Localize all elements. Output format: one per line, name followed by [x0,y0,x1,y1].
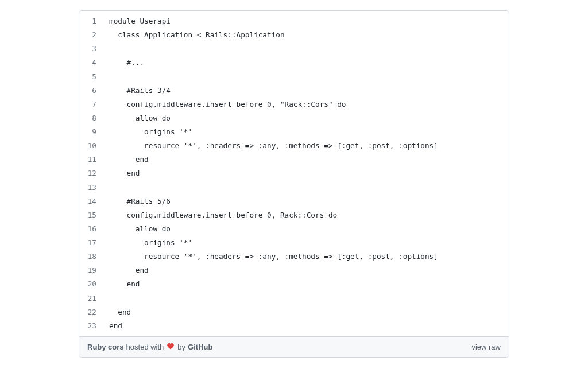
code-content[interactable]: #Rails 5/6 [102,195,509,208]
code-line: 20 end [79,277,509,291]
code-content[interactable]: end [102,263,509,277]
heart-icon [167,343,175,351]
line-number[interactable]: 9 [79,125,102,139]
gist-meta-bar: Ruby cors hosted with by GitHub view raw [79,336,509,357]
gist-filename-link[interactable]: Ruby cors [87,343,124,351]
view-raw-link[interactable]: view raw [471,343,501,351]
gist-filename: Ruby cors [87,343,124,351]
code-content[interactable]: #... [102,56,509,69]
line-number[interactable]: 20 [79,277,102,291]
gist-container: 1module Userapi2 class Application < Rai… [79,10,509,358]
code-content[interactable]: class Application < Rails::Application [102,28,509,42]
gist-meta-left: Ruby cors hosted with by GitHub [87,343,212,351]
code-content[interactable]: end [102,153,509,166]
code-line: 3 [79,42,509,56]
github-link[interactable]: GitHub [188,343,212,351]
code-area: 1module Userapi2 class Application < Rai… [79,11,509,336]
code-content[interactable]: end [102,305,509,319]
code-line: 12 end [79,166,509,180]
code-content[interactable] [102,292,509,305]
code-content[interactable]: end [102,319,509,336]
line-number[interactable]: 21 [79,292,102,305]
code-content[interactable]: resource '*', :headers => :any, :methods… [102,139,509,153]
code-content[interactable]: allow do [102,111,509,125]
code-content[interactable]: config.middleware.insert_before 0, "Rack… [102,98,509,111]
code-line: 15 config.middleware.insert_before 0, Ra… [79,208,509,222]
code-line: 17 origins '*' [79,236,509,250]
gist-hosted-prefix: hosted with [126,343,164,351]
code-line: 22 end [79,305,509,319]
line-number[interactable]: 8 [79,111,102,125]
line-number[interactable]: 3 [79,42,102,56]
line-number[interactable]: 11 [79,153,102,166]
code-content[interactable]: resource '*', :headers => :any, :methods… [102,250,509,263]
code-content[interactable] [102,70,509,84]
line-number[interactable]: 19 [79,263,102,277]
code-line: 10 resource '*', :headers => :any, :meth… [79,139,509,153]
line-number[interactable]: 17 [79,236,102,250]
code-line: 6 #Rails 3/4 [79,84,509,98]
line-number[interactable]: 2 [79,28,102,42]
code-table: 1module Userapi2 class Application < Rai… [79,11,509,336]
code-line: 13 [79,181,509,195]
code-line: 16 allow do [79,222,509,236]
line-number[interactable]: 1 [79,11,102,28]
line-number[interactable]: 18 [79,250,102,263]
code-line: 23end [79,319,509,336]
code-line: 18 resource '*', :headers => :any, :meth… [79,250,509,263]
code-content[interactable]: allow do [102,222,509,236]
line-number[interactable]: 5 [79,70,102,84]
line-number[interactable]: 12 [79,166,102,180]
code-line: 8 allow do [79,111,509,125]
line-number[interactable]: 10 [79,139,102,153]
code-line: 11 end [79,153,509,166]
code-content[interactable]: end [102,166,509,180]
code-line: 21 [79,292,509,305]
code-line: 14 #Rails 5/6 [79,195,509,208]
code-content[interactable]: #Rails 3/4 [102,84,509,98]
line-number[interactable]: 14 [79,195,102,208]
code-content[interactable]: module Userapi [102,11,509,28]
line-number[interactable]: 22 [79,305,102,319]
code-content[interactable] [102,42,509,56]
code-content[interactable]: origins '*' [102,125,509,139]
line-number[interactable]: 4 [79,56,102,69]
code-line: 5 [79,70,509,84]
code-line: 4 #... [79,56,509,69]
code-line: 7 config.middleware.insert_before 0, "Ra… [79,98,509,111]
line-number[interactable]: 15 [79,208,102,222]
line-number[interactable]: 7 [79,98,102,111]
code-content[interactable]: end [102,277,509,291]
code-content[interactable]: origins '*' [102,236,509,250]
line-number[interactable]: 6 [79,84,102,98]
code-line: 9 origins '*' [79,125,509,139]
code-line: 1module Userapi [79,11,509,28]
code-content[interactable]: config.middleware.insert_before 0, Rack:… [102,208,509,222]
code-content[interactable] [102,181,509,195]
code-line: 2 class Application < Rails::Application [79,28,509,42]
gist-hosted-suffix: by [177,343,185,351]
github-label: GitHub [188,343,212,351]
line-number[interactable]: 23 [79,319,102,336]
line-number[interactable]: 13 [79,181,102,195]
line-number[interactable]: 16 [79,222,102,236]
code-line: 19 end [79,263,509,277]
